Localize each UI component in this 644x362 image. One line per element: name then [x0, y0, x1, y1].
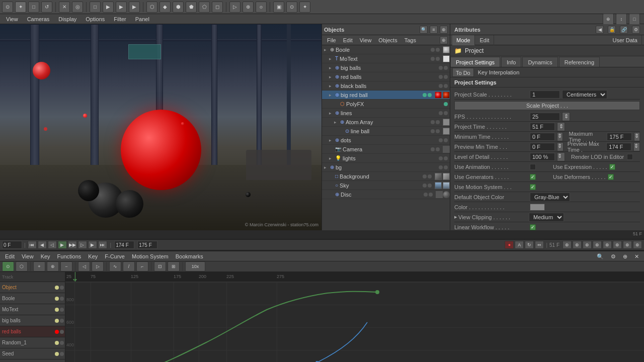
- attr-dropdown-unit[interactable]: Centimeters Meters: [562, 90, 607, 99]
- transport-ping[interactable]: ⇔: [535, 241, 544, 249]
- toolbar-btn-poly[interactable]: ▶: [103, 2, 114, 13]
- obj-row-lines[interactable]: ▸ ⊕ lines: [322, 109, 450, 118]
- tl-btn-mode[interactable]: ⊙: [2, 261, 14, 272]
- track-redballs[interactable]: red balls: [0, 326, 65, 337]
- tl-btn-step[interactable]: ⌐: [136, 261, 148, 272]
- end-frame-input[interactable]: [114, 241, 134, 249]
- transport-prev-key[interactable]: ◀: [38, 241, 47, 249]
- attr-tab-userdata[interactable]: User Data: [608, 35, 642, 45]
- attr-check-useanim[interactable]: [530, 164, 536, 170]
- attr-input-previewmin[interactable]: [530, 143, 555, 151]
- tl-menu-key2[interactable]: Key: [85, 251, 101, 261]
- attr-dropdown-viewclip[interactable]: Medium Small Large: [529, 213, 564, 222]
- menu-cameras[interactable]: Cameras: [23, 14, 54, 24]
- toolbar-btn-cam[interactable]: ▷: [229, 2, 240, 13]
- toolbar-btn-rotate[interactable]: ↺: [41, 2, 52, 13]
- obj-menu-tags[interactable]: Tags: [401, 35, 419, 45]
- attr-btn-scaleproject[interactable]: Scale Project . . .: [454, 101, 640, 110]
- transport-auto[interactable]: A: [515, 241, 524, 249]
- transport-next-key[interactable]: ▶: [88, 241, 97, 249]
- obj-row-bigballs[interactable]: ▸ ⊕ big balls: [322, 63, 450, 72]
- obj-row-blackballs[interactable]: ▸ ⊕ black balls: [322, 81, 450, 90]
- attr-max-spinner[interactable]: ⇕: [634, 132, 640, 141]
- viewport[interactable]: © Marcin Czerwinski - station75.com: [0, 24, 322, 230]
- obj-search-icon[interactable]: ⊕: [440, 36, 448, 44]
- obj-menu-objects[interactable]: Objects: [375, 35, 400, 45]
- tl-expand-icon[interactable]: ⊕: [620, 251, 630, 261]
- track-boole[interactable]: Boole: [0, 293, 65, 304]
- objects-filter-btn[interactable]: ≡: [430, 26, 438, 34]
- obj-row-lineball[interactable]: ⊙ line ball: [322, 127, 450, 136]
- tl-icon6[interactable]: ⊕: [613, 241, 622, 249]
- tl-btn-smooth[interactable]: ∿: [109, 261, 121, 272]
- tl-btn-right[interactable]: ▷: [92, 261, 104, 272]
- attr-input-projecttime[interactable]: [530, 123, 555, 131]
- toolbar-btn-torus[interactable]: ⬠: [199, 2, 210, 13]
- obj-row-camera[interactable]: 📷 Camera: [322, 145, 450, 154]
- attr-check-linearwf[interactable]: ✓: [530, 224, 536, 230]
- obj-row-redballs[interactable]: ▸ ⊕ red balls: [322, 72, 450, 81]
- tl-menu-view[interactable]: View: [19, 251, 37, 261]
- attr-mode-btn[interactable]: ◀: [596, 26, 604, 34]
- toolbar-btn-sphere[interactable]: ◆: [159, 2, 171, 13]
- tl-btn-add[interactable]: +: [33, 261, 45, 272]
- menu-options[interactable]: Options: [82, 14, 109, 24]
- toolbar-btn-cube[interactable]: ⬡: [146, 2, 157, 13]
- obj-row-disc[interactable]: ⊕ Disc: [322, 190, 450, 199]
- attr-pt-spinner[interactable]: ⇕: [557, 122, 565, 131]
- tl-icon5[interactable]: ⊕: [603, 241, 612, 249]
- attr-dropdown-objcolor[interactable]: Gray-Blue Random: [530, 193, 570, 202]
- track-cloner2[interactable]: Cloner_2: [0, 359, 65, 362]
- tl-menu-fcurve[interactable]: F-Curve: [102, 251, 128, 261]
- tl-menu-functions[interactable]: Functions: [54, 251, 85, 261]
- tl-icon8[interactable]: ⊕: [633, 241, 642, 249]
- attr-tab-mode[interactable]: Mode: [452, 35, 475, 45]
- transport-goto-end[interactable]: ⏭: [98, 241, 107, 249]
- obj-row-lights[interactable]: ▸ 💡 lights: [322, 154, 450, 163]
- tl-close-icon[interactable]: ✕: [631, 251, 642, 261]
- menu-view[interactable]: View: [2, 14, 22, 24]
- attr-input-fps[interactable]: [530, 113, 560, 121]
- obj-menu-view[interactable]: View: [357, 35, 375, 45]
- tl-btn-fit[interactable]: ⊡: [154, 261, 166, 272]
- toolbar-btn-undo[interactable]: ✕: [59, 2, 70, 13]
- attr-input-previewmax[interactable]: [606, 143, 631, 151]
- track-random1[interactable]: Random_1: [0, 337, 65, 348]
- attr-input-mintime[interactable]: [530, 133, 555, 141]
- attr-lock-btn[interactable]: 🔒: [608, 26, 616, 34]
- toolbar-btn-cone[interactable]: ⬟: [186, 2, 197, 13]
- tl-settings-icon[interactable]: ⚙: [608, 251, 619, 261]
- tl-search-icon[interactable]: 🔍: [594, 251, 607, 261]
- tl-btn-keys[interactable]: ⬡: [16, 261, 28, 272]
- tl-btn-left[interactable]: ◁: [78, 261, 90, 272]
- transport-loop[interactable]: ↻: [525, 241, 534, 249]
- obj-row-polyfx[interactable]: ⬡ PolyFX: [322, 100, 450, 109]
- tl-btn-remove[interactable]: −: [60, 261, 72, 272]
- attr-color-swatch[interactable]: [530, 204, 545, 211]
- attr-input-maxtime[interactable]: [607, 133, 632, 141]
- obj-row-dots[interactable]: ▸ ⊕ dots: [322, 136, 450, 145]
- tab-project-settings[interactable]: Project Settings: [450, 57, 500, 67]
- subtab-keyinterp[interactable]: Key Interpolation: [475, 68, 523, 77]
- attr-tab-edit[interactable]: Edit: [476, 35, 494, 45]
- keyframe-2[interactable]: [375, 290, 379, 294]
- obj-row-boole[interactable]: ▸ ⊕ Boole: [322, 45, 450, 54]
- transport-goto-start[interactable]: ⏮: [28, 241, 37, 249]
- attr-settings-btn[interactable]: ⚙: [632, 26, 640, 34]
- tl-icon1[interactable]: ⊕: [562, 241, 572, 249]
- toolbar-btn-nurbs[interactable]: ▶: [129, 2, 140, 13]
- attr-check-usedeform[interactable]: ✓: [608, 174, 614, 180]
- obj-row-motext[interactable]: ▸ T MoText: [322, 54, 450, 63]
- attr-check-usemotion[interactable]: ✓: [530, 184, 536, 190]
- transport-play-all[interactable]: ▶▶: [68, 241, 77, 249]
- track-object[interactable]: Object: [0, 282, 65, 293]
- tl-icon4[interactable]: ⊕: [593, 241, 602, 249]
- toolbar-btn-cylinder[interactable]: ⬢: [173, 2, 184, 13]
- attr-pmax-spinner[interactable]: ⇕: [633, 142, 640, 151]
- tl-btn-addkey[interactable]: ⊕: [47, 261, 59, 272]
- tab-referencing[interactable]: Referencing: [559, 57, 600, 67]
- tl-btn-extra[interactable]: 10x: [185, 261, 205, 272]
- attr-min-spinner[interactable]: ⇕: [557, 132, 563, 141]
- attr-pmin-spinner[interactable]: ⇕: [557, 142, 564, 151]
- track-bigballs[interactable]: big balls: [0, 315, 65, 326]
